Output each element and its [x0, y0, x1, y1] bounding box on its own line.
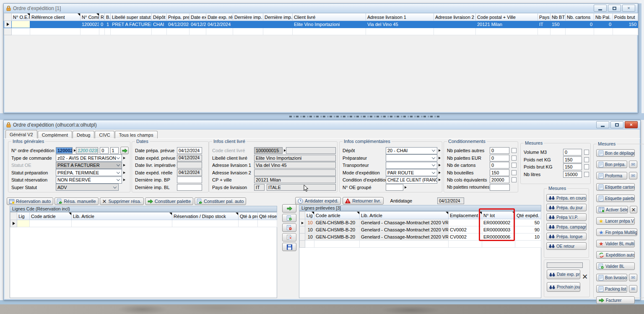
resa-manuelle-button[interactable]: Résa. manuelle	[55, 197, 98, 205]
clear-date-filter-button[interactable]: ✕	[582, 273, 588, 280]
col-header[interactable]: Référence client	[30, 13, 80, 21]
order-number-field[interactable]: 12000239	[56, 147, 73, 154]
cell[interactable]: 0	[566, 21, 594, 28]
cell-code-article[interactable]: GEN-CHSMB-B-20	[314, 226, 360, 234]
col-header[interactable]: Dernière imp. BL	[263, 13, 293, 21]
cell[interactable]: 12000239	[80, 21, 99, 28]
tab-general-v2[interactable]: Général V2	[5, 130, 37, 138]
col-header[interactable]: Emplacement	[449, 212, 482, 219]
nb-palettes-autres-field[interactable]: 0	[490, 147, 509, 154]
prepa-en-cours-button[interactable]: Prépa. en cours	[546, 194, 587, 202]
cell[interactable]: 0	[594, 21, 613, 28]
valider-bl-button[interactable]: Valider BL	[596, 262, 635, 270]
close-button[interactable]: ×	[622, 5, 635, 12]
etiquette-carton-button[interactable]: Etiquette carton	[596, 183, 635, 191]
detail-arrow-icon[interactable]	[439, 171, 441, 174]
packing-list-button[interactable]: Packing list	[596, 285, 627, 293]
checkbox[interactable]	[584, 150, 589, 155]
detail-arrow-icon[interactable]	[405, 186, 407, 189]
close-button[interactable]: ×	[625, 121, 638, 128]
nb-bouteilles-field[interactable]: 150	[490, 169, 509, 176]
nb-cartons-field[interactable]: 0	[490, 162, 509, 169]
delete-line-button[interactable]	[282, 233, 296, 241]
cell-lig[interactable]: 10	[305, 219, 314, 226]
prochain-jours-button[interactable]: Prochain jours	[547, 282, 580, 292]
detail-arrow-icon[interactable]	[439, 179, 441, 181]
cell[interactable]	[233, 21, 263, 28]
checkbox[interactable]	[584, 157, 589, 162]
col-header[interactable]: Code postal + Ville	[476, 13, 538, 21]
col-header[interactable]: Dernière imp. BP	[233, 13, 263, 21]
prepa-du-jour-button[interactable]: Prépa. du jour	[546, 204, 587, 211]
cell[interactable]: IT	[538, 21, 551, 28]
cell[interactable]: CHAI	[152, 21, 167, 28]
col-header[interactable]: Client livré	[293, 13, 366, 21]
lancer-prepa-v2-button[interactable]: ★Lancer prépa V2	[596, 217, 635, 225]
statut-oe-combobox[interactable]: PRET A FACTURER	[56, 162, 122, 169]
prepa-vip-button[interactable]: Prépa V.I.P.	[546, 213, 587, 221]
email-bon-livraison-button[interactable]: ✉	[629, 274, 637, 281]
cell-lig[interactable]: 10	[305, 234, 314, 241]
titlebar[interactable]: Ordre d'expédition (olhucorl:a:olhutpl) …	[4, 120, 640, 130]
nb-palettes-retournees-field[interactable]	[490, 184, 510, 191]
order-row-empty[interactable]	[4, 28, 638, 35]
maximize-button[interactable]	[610, 121, 623, 128]
goto-order-button[interactable]	[120, 147, 129, 154]
depot-combobox[interactable]: 20 - CHAI	[386, 147, 437, 154]
cell-lib-article[interactable]: Genelard - Chassage-Montrachet 2020 VRAC	[360, 226, 449, 234]
cell[interactable]: 04/12/2024	[167, 21, 190, 28]
date-filter-field[interactable]	[547, 262, 583, 268]
cell-oeg[interactable]	[12, 21, 30, 28]
bon-livraison-button[interactable]: Bon livraison	[596, 274, 627, 281]
col-header[interactable]: Adresse livraison 1	[366, 13, 434, 21]
preparateur-combobox[interactable]	[386, 154, 437, 161]
clear-select-button[interactable]: ✕	[630, 206, 637, 213]
checkbox[interactable]	[512, 163, 517, 168]
bon-de-depilage-button[interactable]: Bon de dépilage	[596, 149, 635, 157]
col-header[interactable]: Qté à prél.	[239, 213, 258, 220]
col-header[interactable]: Qté expéd.	[515, 212, 541, 219]
prelevee-row-empty[interactable]	[300, 241, 541, 248]
titlebar[interactable]: Ordre d'expédition [1] ×	[4, 4, 638, 13]
col-header[interactable]: Lig	[305, 212, 314, 219]
cell-lig[interactable]: 10	[305, 226, 314, 234]
col-header[interactable]: Pays	[538, 13, 551, 21]
constituer-palette-button[interactable]: Constituer palette	[145, 197, 193, 205]
expedition-auto-button[interactable]: Expédition auto.	[596, 251, 635, 259]
col-header[interactable]: Lib. Article	[360, 212, 449, 219]
super-statut-combobox[interactable]: ADV	[56, 184, 119, 191]
col-header[interactable]: Poids brut	[613, 13, 638, 21]
cell-qte[interactable]: 90	[515, 226, 541, 234]
cell-qte[interactable]: 50	[515, 219, 541, 226]
etiquette-palette-button[interactable]: Etiquette palette	[596, 195, 635, 202]
validate-line-button[interactable]	[282, 214, 296, 222]
detail-arrow-icon[interactable]	[439, 164, 441, 166]
detail-arrow-icon[interactable]	[123, 171, 125, 174]
col-header[interactable]: Date exp. réel.	[206, 13, 233, 21]
bon-prepa-button[interactable]: Bon prépa.	[596, 161, 627, 168]
minimize-button[interactable]	[596, 121, 609, 128]
cell-code-article[interactable]: GEN-CHSMB-B-20	[314, 234, 360, 241]
cell[interactable]: 20121 Milan	[476, 21, 538, 28]
col-header[interactable]: B.	[105, 13, 111, 21]
minimize-button[interactable]	[594, 5, 607, 12]
transporteur-combobox[interactable]	[386, 162, 437, 169]
cell[interactable]: 1	[105, 21, 111, 28]
col-header[interactable]: Libellé super statut	[111, 13, 152, 21]
poids-net-field[interactable]: 150	[563, 156, 582, 163]
cell-lib-article[interactable]: Genelard - Chassage-Montrachet 2020 VRAC	[360, 219, 449, 226]
tab-debug[interactable]: Debug	[73, 131, 94, 138]
col-header[interactable]: Adresse livraison 2	[434, 13, 476, 21]
cancel-line-button[interactable]	[282, 223, 296, 232]
email-proforma-button[interactable]: ✉	[629, 172, 637, 179]
derniere-imp-bp-field[interactable]	[177, 176, 202, 183]
col-header[interactable]: Nb Pal.	[594, 13, 613, 21]
date-exp-prevu-button[interactable]: Date exp. prevu	[547, 270, 580, 279]
cell[interactable]: 150	[551, 21, 566, 28]
antidater-exped-button[interactable]: Antidater expéd.	[295, 197, 341, 205]
constituer-pal-auto-button[interactable]: Constituer pal. auto	[195, 197, 246, 205]
cell-lib-article[interactable]: Genelard - Chassage-Montrachet 2020 VRAC	[360, 234, 449, 241]
col-header[interactable]: Nb. cartons	[566, 13, 594, 21]
valider-bl-multi-button[interactable]: ★Valider BL multi	[596, 240, 635, 247]
transfer-line-button[interactable]	[282, 204, 296, 213]
